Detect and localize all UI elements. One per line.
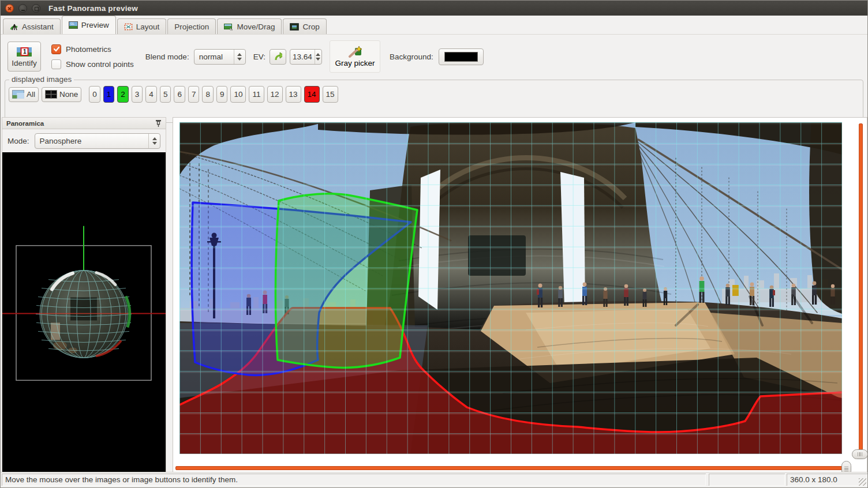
status-empty-cell — [709, 474, 785, 486]
ev-spinbox[interactable]: 13.64 — [290, 49, 322, 65]
maximize-icon[interactable] — [32, 4, 40, 13]
status-bar: Move the mouse over the images or image … — [1, 472, 867, 487]
panosphere-render — [2, 152, 166, 472]
none-label: None — [59, 90, 78, 99]
image-button-8[interactable]: 8 — [202, 86, 214, 103]
window-title: Fast Panorama preview — [48, 4, 138, 13]
panel-title: Panoramica — [6, 120, 155, 127]
tab-label: Preview — [81, 21, 109, 29]
projection-grid — [179, 122, 842, 454]
image-buttons-row: All None 0 1 2 3 4 5 6 7 8 9 10 11 12 13… — [9, 86, 338, 103]
resize-grip[interactable] — [859, 478, 866, 486]
titlebar: Fast Panorama preview — [1, 1, 867, 16]
spinner-arrows-icon[interactable] — [234, 50, 245, 64]
image-button-13[interactable]: 13 — [286, 86, 301, 103]
image-button-4[interactable]: 4 — [145, 86, 157, 103]
no-images-icon — [45, 90, 57, 99]
yaw-slider-track[interactable] — [175, 466, 850, 470]
tab-projection[interactable]: Projection — [167, 18, 216, 34]
checkbox-checked-icon — [51, 44, 61, 54]
displayed-images-group: displayed images All None 0 1 2 3 4 5 6 … — [5, 80, 863, 123]
panel-header: Panoramica — [2, 118, 166, 129]
image-button-11[interactable]: 11 — [249, 86, 264, 103]
spinner-arrows-icon[interactable] — [148, 134, 160, 148]
status-message-cell: Move the mouse over the images or image … — [2, 474, 706, 486]
status-message: Move the mouse over the images or image … — [5, 475, 238, 484]
image-button-0[interactable]: 0 — [89, 86, 100, 103]
mode-value: Panosphere — [35, 137, 148, 145]
checkbox-group: Photometrics Show control points — [51, 44, 134, 69]
crop-icon — [290, 23, 299, 31]
pano-size-value: 360.0 x 180.0 — [790, 475, 837, 484]
close-icon[interactable] — [5, 4, 14, 13]
tab-crop[interactable]: Crop — [283, 18, 326, 34]
svg-text:GL: GL — [70, 22, 74, 25]
identify-label: Identify — [12, 59, 37, 67]
pin-icon[interactable] — [155, 119, 162, 127]
image-button-9[interactable]: 9 — [216, 86, 228, 103]
panorama-preview-pane — [173, 117, 867, 473]
tab-label: Projection — [174, 22, 209, 31]
panorama-canvas[interactable] — [179, 122, 842, 454]
image-button-1[interactable]: 1 — [103, 86, 115, 103]
tab-assistant[interactable]: Assistant — [3, 18, 61, 34]
pitch-slider-handle[interactable] — [852, 449, 868, 459]
tab-label: Assistant — [22, 22, 54, 31]
svg-text:1: 1 — [23, 48, 27, 55]
photometrics-label: Photometrics — [66, 45, 111, 54]
fast-panorama-preview-window: { "window": { "title": "Fast Panorama pr… — [0, 0, 868, 488]
image-button-3[interactable]: 3 — [132, 86, 143, 103]
blend-mode-value: normal — [194, 52, 234, 61]
gray-picker-button[interactable]: Gray picker — [330, 40, 380, 73]
identify-button[interactable]: 1 Identify — [8, 42, 41, 72]
displayed-images-legend: displayed images — [9, 75, 74, 84]
move-drag-icon — [224, 23, 233, 31]
preview-gl-icon: GL — [69, 21, 78, 29]
ev-label: EV: — [253, 52, 265, 61]
mode-label: Mode: — [8, 137, 29, 145]
tab-bar: Assistant GL Preview Layout Projection M… — [1, 16, 867, 35]
image-button-15[interactable]: 15 — [323, 86, 338, 103]
show-all-button[interactable]: All — [9, 87, 39, 102]
identify-icon: 1 — [17, 46, 32, 58]
gray-picker-label: Gray picker — [335, 59, 375, 67]
background-label: Background: — [390, 52, 433, 61]
tab-preview[interactable]: GL Preview — [62, 16, 116, 34]
tab-layout[interactable]: Layout — [117, 18, 167, 34]
show-control-points-checkbox[interactable]: Show control points — [51, 59, 134, 69]
reset-ev-button[interactable] — [270, 49, 286, 65]
tab-move-drag[interactable]: Move/Drag — [217, 18, 282, 34]
spinner-arrows-icon[interactable] — [315, 50, 321, 64]
image-button-7[interactable]: 7 — [188, 86, 200, 103]
image-button-14[interactable]: 14 — [304, 86, 320, 103]
ev-value: 13.64 — [290, 52, 315, 61]
image-button-2[interactable]: 2 — [117, 86, 129, 103]
image-button-10[interactable]: 10 — [230, 86, 246, 103]
image-button-12[interactable]: 12 — [267, 86, 283, 103]
photometrics-checkbox[interactable]: Photometrics — [51, 44, 134, 54]
preview-toolbar: 1 Identify Photometrics Show control poi… — [1, 35, 867, 78]
gray-picker-icon — [348, 46, 362, 58]
panosphere-3d-view[interactable] — [2, 152, 166, 472]
background-color-swatch — [444, 52, 478, 62]
layout-icon — [124, 23, 133, 31]
background-color-button[interactable] — [439, 48, 484, 65]
minimize-icon[interactable] — [18, 4, 27, 13]
show-control-points-label: Show control points — [66, 60, 134, 69]
image-button-6[interactable]: 6 — [174, 86, 185, 103]
image-button-5[interactable]: 5 — [160, 86, 171, 103]
mode-row: Mode: Panosphere — [2, 129, 166, 152]
checkbox-unchecked-icon — [51, 59, 61, 69]
pitch-slider-track[interactable] — [859, 123, 863, 452]
blend-mode-select[interactable]: normal — [194, 49, 246, 65]
blend-mode-label: Blend mode: — [145, 52, 189, 61]
tab-label: Layout — [136, 22, 160, 31]
all-images-icon — [12, 90, 24, 99]
mode-select[interactable]: Panosphere — [35, 133, 160, 149]
green-arrow-icon — [274, 52, 282, 61]
tab-label: Crop — [302, 22, 319, 31]
panosphere-dock-panel: Panoramica Mode: Panosphere — [2, 117, 166, 473]
all-label: All — [27, 90, 35, 99]
tab-label: Move/Drag — [237, 22, 275, 31]
show-none-button[interactable]: None — [42, 87, 81, 102]
